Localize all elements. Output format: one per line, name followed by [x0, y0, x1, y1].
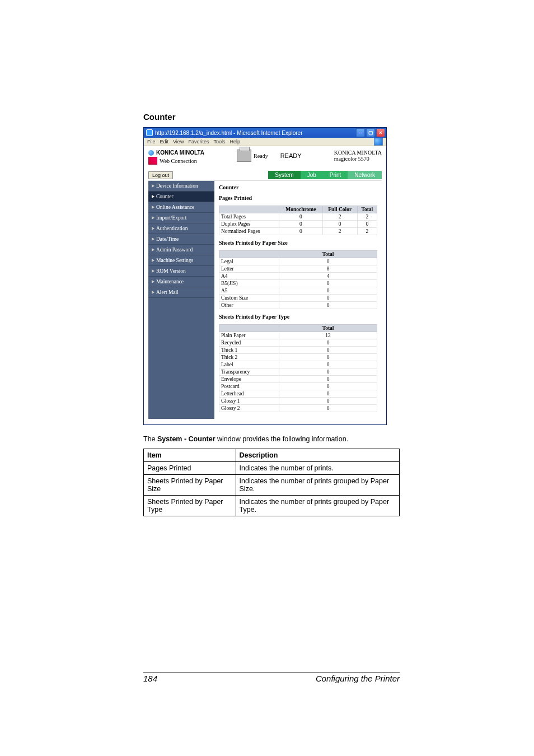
info-table: Item Description Pages PrintedIndicates … [143, 449, 400, 516]
by-size-title: Sheets Printed by Paper Size [219, 240, 377, 246]
pagescope-icon [148, 157, 157, 165]
section-heading: Counter [143, 112, 400, 122]
sidebar-item-machine-settings[interactable]: Machine Settings [148, 255, 214, 266]
km-logo-icon [148, 150, 154, 156]
info-header-item: Item [147, 451, 162, 459]
main-panel: Counter Pages Printed Monochrome Full Co… [214, 181, 382, 419]
sidebar-item-alert-mail[interactable]: Alert Mail [148, 287, 214, 298]
sidebar-item-date-time[interactable]: Date/Time [148, 234, 214, 245]
throbber-icon [374, 138, 383, 146]
sidebar-item-rom-version[interactable]: ROM Version [148, 266, 214, 277]
browser-window: http://192.168.1.2/a_index.html - Micros… [143, 127, 387, 425]
pages-printed-table: Monochrome Full Color Total Total Pages0… [219, 206, 377, 235]
table-row: Custom Size0 [219, 295, 377, 302]
by-type-title: Sheets Printed by Paper Type [219, 314, 377, 320]
printer-icon [237, 150, 251, 162]
table-row: Other0 [219, 302, 377, 309]
table-row: Duplex Pages000 [219, 221, 377, 228]
table-row: A50 [219, 287, 377, 295]
logout-button[interactable]: Log out [148, 171, 173, 179]
table-row: Thick 20 [219, 354, 377, 361]
table-row: Pages PrintedIndicates the number of pri… [144, 462, 400, 475]
sidebar-item-import-export[interactable]: Import/Export [148, 213, 214, 223]
table-row: Postcard0 [219, 383, 377, 390]
menu-tools[interactable]: Tools [213, 139, 225, 144]
table-row: Normalized Pages022 [219, 228, 377, 235]
ready-label: READY [280, 152, 302, 159]
ie-icon [146, 129, 153, 136]
minimize-button[interactable]: – [356, 128, 365, 137]
menubar: File Edit View Favorites Tools Help [144, 138, 386, 146]
window-title: http://192.168.1.2/a_index.html - Micros… [155, 130, 302, 136]
table-row: Sheets Printed by Paper SizeIndicates th… [144, 475, 400, 496]
sidebar-item-maintenance[interactable]: Maintenance [148, 277, 214, 287]
table-row: B5(JIS)0 [219, 280, 377, 287]
maximize-button[interactable]: ▢ [366, 128, 375, 137]
close-button[interactable]: × [376, 128, 385, 137]
table-row: Recycled0 [219, 339, 377, 347]
pages-printed-title: Pages Printed [219, 195, 377, 201]
table-row: Total Pages022 [219, 213, 377, 221]
table-row: Glossy 10 [219, 398, 377, 405]
sidebar-item-counter[interactable]: Counter [148, 192, 214, 202]
table-row: Sheets Printed by Paper TypeIndicates th… [144, 496, 400, 516]
page-footer: 184 Configuring the Printer [143, 672, 400, 683]
header-right-2: magicolor 5570 [334, 156, 382, 162]
tab-print[interactable]: Print [323, 171, 348, 179]
caption-paragraph: The System - Counter window provides the… [143, 435, 400, 443]
ready-small-text: Ready [254, 153, 268, 159]
tab-system[interactable]: System [268, 171, 300, 179]
pagescope-text: Web Connection [160, 158, 197, 164]
table-row: Plain Paper12 [219, 332, 377, 339]
menu-favorites[interactable]: Favorites [188, 139, 209, 144]
table-row: A44 [219, 273, 377, 280]
table-row: Letter8 [219, 265, 377, 273]
tab-network[interactable]: Network [348, 171, 382, 179]
table-row: Glossy 20 [219, 405, 377, 412]
sidebar-item-admin-password[interactable]: Admin Password [148, 245, 214, 255]
table-row: Envelope0 [219, 376, 377, 383]
table-row: Label0 [219, 361, 377, 368]
titlebar: http://192.168.1.2/a_index.html - Micros… [144, 128, 386, 138]
menu-file[interactable]: File [147, 139, 156, 144]
brand-text: KONICA MINOLTA [156, 150, 204, 156]
menu-help[interactable]: Help [229, 139, 240, 144]
main-heading: Counter [219, 184, 377, 190]
tab-job[interactable]: Job [301, 171, 323, 179]
footer-right: Configuring the Printer [316, 674, 400, 683]
table-row: Thick 10 [219, 347, 377, 354]
menu-view[interactable]: View [173, 139, 184, 144]
page-number: 184 [143, 674, 157, 683]
tab-bar: System Job Print Network [268, 171, 382, 179]
sidebar-item-authentication[interactable]: Authentication [148, 223, 214, 234]
page-content: KONICA MINOLTA Web Connection Ready READ… [144, 146, 386, 424]
table-row: Legal0 [219, 258, 377, 265]
sidebar: Device Information Counter Online Assist… [148, 181, 214, 419]
menu-edit[interactable]: Edit [160, 139, 169, 144]
by-size-table: Total Legal0 Letter8 A44 B5(JIS)0 A50 Cu… [219, 250, 377, 309]
sidebar-item-device-info[interactable]: Device Information [148, 181, 214, 192]
sidebar-item-online-assist[interactable]: Online Assistance [148, 202, 214, 213]
table-row: Letterhead0 [219, 390, 377, 398]
by-type-table: Total Plain Paper12 Recycled0 Thick 10 T… [219, 324, 377, 412]
header-right-1: KONICA MINOLTA [334, 150, 382, 156]
info-header-desc: Description [240, 451, 278, 459]
table-row: Transparency0 [219, 368, 377, 376]
